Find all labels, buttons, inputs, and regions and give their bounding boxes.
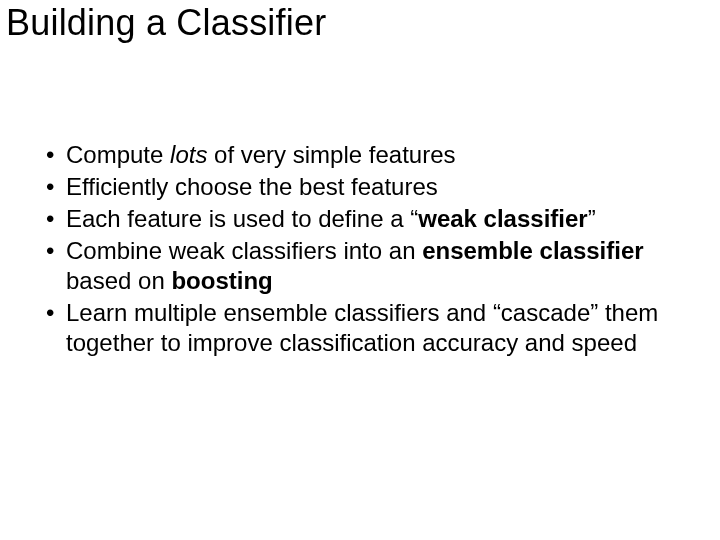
bullet-list: Compute lots of very simple featuresEffi… (44, 140, 680, 358)
text-run: lots (170, 141, 207, 168)
bullet-item: Combine weak classifiers into an ensembl… (44, 236, 680, 296)
slide-body: Compute lots of very simple featuresEffi… (44, 140, 680, 360)
bullet-item: Efficiently choose the best features (44, 172, 680, 202)
bullet-item: Compute lots of very simple features (44, 140, 680, 170)
text-run: Learn multiple ensemble classifiers and … (66, 299, 658, 356)
bullet-item: Learn multiple ensemble classifiers and … (44, 298, 680, 358)
text-run: ensemble classifier (422, 237, 643, 264)
text-run: Combine weak classifiers into an (66, 237, 422, 264)
text-run: Each feature is used to define a “ (66, 205, 418, 232)
text-run: boosting (171, 267, 272, 294)
text-run: ” (588, 205, 596, 232)
slide-title: Building a Classifier (6, 2, 326, 44)
slide: Building a Classifier Compute lots of ve… (0, 0, 720, 540)
text-run: Efficiently choose the best features (66, 173, 438, 200)
text-run: weak classifier (418, 205, 587, 232)
text-run: of very simple features (207, 141, 455, 168)
bullet-item: Each feature is used to define a “weak c… (44, 204, 680, 234)
text-run: based on (66, 267, 171, 294)
text-run: Compute (66, 141, 170, 168)
